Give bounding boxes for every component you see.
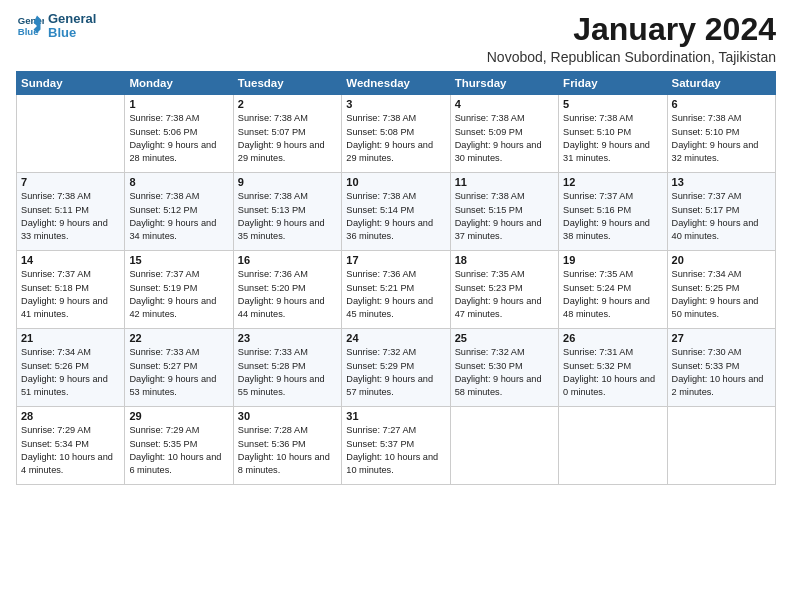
calendar-cell: 20Sunrise: 7:34 AMSunset: 5:25 PMDayligh… — [667, 251, 775, 329]
calendar-cell: 18Sunrise: 7:35 AMSunset: 5:23 PMDayligh… — [450, 251, 558, 329]
day-info: Sunrise: 7:38 AMSunset: 5:06 PMDaylight:… — [129, 112, 228, 165]
day-number: 26 — [563, 332, 662, 344]
header-tuesday: Tuesday — [233, 72, 341, 95]
calendar-week-4: 21Sunrise: 7:34 AMSunset: 5:26 PMDayligh… — [17, 329, 776, 407]
day-number: 7 — [21, 176, 120, 188]
day-number: 20 — [672, 254, 771, 266]
calendar-cell: 31Sunrise: 7:27 AMSunset: 5:37 PMDayligh… — [342, 407, 450, 485]
day-info: Sunrise: 7:38 AMSunset: 5:13 PMDaylight:… — [238, 190, 337, 243]
day-info: Sunrise: 7:38 AMSunset: 5:10 PMDaylight:… — [672, 112, 771, 165]
day-info: Sunrise: 7:28 AMSunset: 5:36 PMDaylight:… — [238, 424, 337, 477]
calendar-cell: 25Sunrise: 7:32 AMSunset: 5:30 PMDayligh… — [450, 329, 558, 407]
calendar-cell: 9Sunrise: 7:38 AMSunset: 5:13 PMDaylight… — [233, 173, 341, 251]
calendar-cell: 26Sunrise: 7:31 AMSunset: 5:32 PMDayligh… — [559, 329, 667, 407]
day-number: 21 — [21, 332, 120, 344]
day-number: 15 — [129, 254, 228, 266]
day-info: Sunrise: 7:37 AMSunset: 5:17 PMDaylight:… — [672, 190, 771, 243]
calendar-title: January 2024 — [487, 12, 776, 47]
day-info: Sunrise: 7:38 AMSunset: 5:10 PMDaylight:… — [563, 112, 662, 165]
day-info: Sunrise: 7:35 AMSunset: 5:24 PMDaylight:… — [563, 268, 662, 321]
calendar-cell — [667, 407, 775, 485]
calendar-cell: 21Sunrise: 7:34 AMSunset: 5:26 PMDayligh… — [17, 329, 125, 407]
calendar-cell — [559, 407, 667, 485]
header-sunday: Sunday — [17, 72, 125, 95]
calendar-cell: 22Sunrise: 7:33 AMSunset: 5:27 PMDayligh… — [125, 329, 233, 407]
header-saturday: Saturday — [667, 72, 775, 95]
day-number: 6 — [672, 98, 771, 110]
calendar-cell: 19Sunrise: 7:35 AMSunset: 5:24 PMDayligh… — [559, 251, 667, 329]
day-number: 18 — [455, 254, 554, 266]
day-info: Sunrise: 7:29 AMSunset: 5:34 PMDaylight:… — [21, 424, 120, 477]
day-number: 2 — [238, 98, 337, 110]
day-info: Sunrise: 7:38 AMSunset: 5:08 PMDaylight:… — [346, 112, 445, 165]
calendar-cell: 8Sunrise: 7:38 AMSunset: 5:12 PMDaylight… — [125, 173, 233, 251]
calendar-week-2: 7Sunrise: 7:38 AMSunset: 5:11 PMDaylight… — [17, 173, 776, 251]
day-info: Sunrise: 7:36 AMSunset: 5:20 PMDaylight:… — [238, 268, 337, 321]
header-friday: Friday — [559, 72, 667, 95]
day-number: 4 — [455, 98, 554, 110]
header-thursday: Thursday — [450, 72, 558, 95]
day-info: Sunrise: 7:36 AMSunset: 5:21 PMDaylight:… — [346, 268, 445, 321]
day-number: 13 — [672, 176, 771, 188]
day-number: 1 — [129, 98, 228, 110]
calendar-cell: 6Sunrise: 7:38 AMSunset: 5:10 PMDaylight… — [667, 95, 775, 173]
day-info: Sunrise: 7:31 AMSunset: 5:32 PMDaylight:… — [563, 346, 662, 399]
day-info: Sunrise: 7:34 AMSunset: 5:25 PMDaylight:… — [672, 268, 771, 321]
day-info: Sunrise: 7:30 AMSunset: 5:33 PMDaylight:… — [672, 346, 771, 399]
calendar-cell: 4Sunrise: 7:38 AMSunset: 5:09 PMDaylight… — [450, 95, 558, 173]
logo-line1: General — [48, 12, 96, 26]
calendar-table: Sunday Monday Tuesday Wednesday Thursday… — [16, 71, 776, 485]
day-info: Sunrise: 7:35 AMSunset: 5:23 PMDaylight:… — [455, 268, 554, 321]
calendar-cell: 16Sunrise: 7:36 AMSunset: 5:20 PMDayligh… — [233, 251, 341, 329]
day-info: Sunrise: 7:37 AMSunset: 5:16 PMDaylight:… — [563, 190, 662, 243]
title-block: January 2024 Novobod, Republican Subordi… — [487, 12, 776, 65]
calendar-cell: 12Sunrise: 7:37 AMSunset: 5:16 PMDayligh… — [559, 173, 667, 251]
calendar-cell: 5Sunrise: 7:38 AMSunset: 5:10 PMDaylight… — [559, 95, 667, 173]
calendar-cell: 30Sunrise: 7:28 AMSunset: 5:36 PMDayligh… — [233, 407, 341, 485]
day-number: 28 — [21, 410, 120, 422]
day-info: Sunrise: 7:38 AMSunset: 5:12 PMDaylight:… — [129, 190, 228, 243]
header-wednesday: Wednesday — [342, 72, 450, 95]
calendar-week-1: 1Sunrise: 7:38 AMSunset: 5:06 PMDaylight… — [17, 95, 776, 173]
calendar-cell — [17, 95, 125, 173]
day-number: 17 — [346, 254, 445, 266]
calendar-cell: 15Sunrise: 7:37 AMSunset: 5:19 PMDayligh… — [125, 251, 233, 329]
day-number: 30 — [238, 410, 337, 422]
day-info: Sunrise: 7:37 AMSunset: 5:18 PMDaylight:… — [21, 268, 120, 321]
calendar-cell: 1Sunrise: 7:38 AMSunset: 5:06 PMDaylight… — [125, 95, 233, 173]
calendar-cell: 27Sunrise: 7:30 AMSunset: 5:33 PMDayligh… — [667, 329, 775, 407]
calendar-cell: 23Sunrise: 7:33 AMSunset: 5:28 PMDayligh… — [233, 329, 341, 407]
day-number: 27 — [672, 332, 771, 344]
day-info: Sunrise: 7:38 AMSunset: 5:11 PMDaylight:… — [21, 190, 120, 243]
calendar-cell: 3Sunrise: 7:38 AMSunset: 5:08 PMDaylight… — [342, 95, 450, 173]
day-number: 19 — [563, 254, 662, 266]
calendar-cell: 11Sunrise: 7:38 AMSunset: 5:15 PMDayligh… — [450, 173, 558, 251]
calendar-cell: 14Sunrise: 7:37 AMSunset: 5:18 PMDayligh… — [17, 251, 125, 329]
calendar-cell: 2Sunrise: 7:38 AMSunset: 5:07 PMDaylight… — [233, 95, 341, 173]
calendar-cell: 29Sunrise: 7:29 AMSunset: 5:35 PMDayligh… — [125, 407, 233, 485]
day-info: Sunrise: 7:38 AMSunset: 5:14 PMDaylight:… — [346, 190, 445, 243]
day-info: Sunrise: 7:34 AMSunset: 5:26 PMDaylight:… — [21, 346, 120, 399]
day-number: 11 — [455, 176, 554, 188]
day-info: Sunrise: 7:37 AMSunset: 5:19 PMDaylight:… — [129, 268, 228, 321]
day-number: 12 — [563, 176, 662, 188]
calendar-week-5: 28Sunrise: 7:29 AMSunset: 5:34 PMDayligh… — [17, 407, 776, 485]
day-number: 22 — [129, 332, 228, 344]
day-number: 25 — [455, 332, 554, 344]
day-info: Sunrise: 7:29 AMSunset: 5:35 PMDaylight:… — [129, 424, 228, 477]
calendar-week-3: 14Sunrise: 7:37 AMSunset: 5:18 PMDayligh… — [17, 251, 776, 329]
calendar-subtitle: Novobod, Republican Subordination, Tajik… — [487, 49, 776, 65]
day-number: 24 — [346, 332, 445, 344]
day-info: Sunrise: 7:38 AMSunset: 5:07 PMDaylight:… — [238, 112, 337, 165]
day-number: 3 — [346, 98, 445, 110]
calendar-cell — [450, 407, 558, 485]
calendar-cell: 17Sunrise: 7:36 AMSunset: 5:21 PMDayligh… — [342, 251, 450, 329]
day-info: Sunrise: 7:38 AMSunset: 5:15 PMDaylight:… — [455, 190, 554, 243]
day-number: 14 — [21, 254, 120, 266]
calendar-cell: 10Sunrise: 7:38 AMSunset: 5:14 PMDayligh… — [342, 173, 450, 251]
day-info: Sunrise: 7:33 AMSunset: 5:27 PMDaylight:… — [129, 346, 228, 399]
header-row: Sunday Monday Tuesday Wednesday Thursday… — [17, 72, 776, 95]
day-number: 5 — [563, 98, 662, 110]
calendar-cell: 28Sunrise: 7:29 AMSunset: 5:34 PMDayligh… — [17, 407, 125, 485]
day-number: 31 — [346, 410, 445, 422]
